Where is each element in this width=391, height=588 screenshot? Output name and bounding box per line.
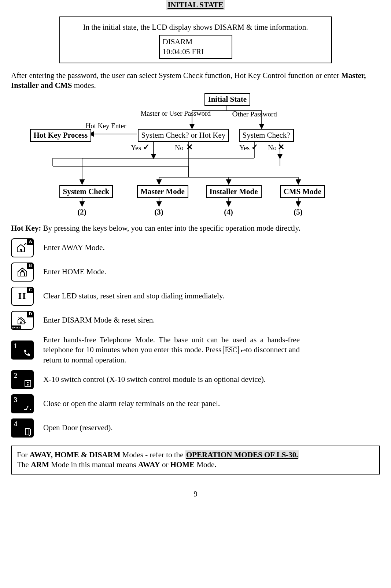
hotkey-row-away: A Enter AWAY Mode.	[11, 238, 380, 257]
cross-icon: ✕	[186, 142, 193, 153]
initial-state-text: In the initial state, the LCD display sh…	[64, 22, 328, 32]
desc-home: Enter HOME Mode.	[43, 267, 380, 277]
lcd-line1: DISARM	[163, 37, 225, 47]
box-syscheck-q: System Check?	[239, 129, 294, 142]
initial-state-box: In the initial state, the LCD display sh…	[59, 16, 332, 63]
label-hot-key-enter: Hot Key Enter	[86, 122, 126, 131]
desc-door: Open Door (reserved).	[43, 423, 380, 433]
cross-icon: ✕	[278, 142, 284, 153]
label-master-user-pw: Master or User Password	[141, 109, 211, 118]
desc-x10: X-10 switch control (X-10 switch control…	[43, 375, 380, 384]
note-highlight: OPERATION MODES OF LS-30.	[185, 450, 299, 459]
return-icon: ↩	[240, 347, 246, 355]
label-no-2: No	[268, 144, 277, 153]
key-corner-c: C	[27, 287, 34, 293]
key-d-icon: D ENTER	[11, 311, 34, 330]
key-corner-b: B	[27, 263, 34, 269]
key-1-icon: 1	[11, 340, 34, 360]
desc-away: Enter AWAY Mode.	[43, 243, 380, 253]
page-number: 9	[11, 489, 380, 499]
hotkey-intro: Hot Key: By pressing the keys below, you…	[11, 223, 380, 233]
key-corner-d: D	[27, 311, 34, 317]
box-hot-key-process: Hot Key Process	[30, 129, 92, 142]
hotkey-row-phone: 1 Enter hands-free Telephone Mode. The b…	[11, 335, 380, 365]
key-corner-enter: ENTER	[11, 325, 21, 330]
page-title-wrap: INITIAL STATE	[11, 0, 380, 10]
svg-point-26	[27, 382, 29, 383]
box-syscheck-or-hotkey: System Check? or Hot Key	[138, 129, 229, 142]
hotkey-row-disarm: D ENTER Enter DISARM Mode & reset siren.	[11, 311, 380, 330]
ref-2: (2)	[75, 207, 89, 217]
flow-diagram: Initial State Master or User Password OO…	[23, 93, 368, 217]
note-box: For AWAY, HOME & DISARM Modes - refer to…	[11, 446, 380, 475]
key-a-icon: A	[11, 238, 34, 257]
desc-disarm: Enter DISARM Mode & reset siren.	[43, 315, 380, 325]
ref-5: (5)	[291, 207, 306, 217]
desc-clear: Clear LED status, reset siren and stop d…	[43, 291, 380, 301]
box-installer-mode: Installer Mode	[206, 185, 262, 198]
key-4-icon: 4	[11, 418, 34, 438]
check-icon: ✓	[251, 142, 258, 153]
box-initial-state: Initial State	[204, 93, 251, 106]
box-cms-mode: CMS Mode	[280, 185, 325, 198]
lcd-line2: 10:04:05 FRI	[163, 47, 225, 57]
key-2-icon: 2	[11, 370, 34, 389]
label-no-1: No	[175, 144, 184, 153]
svg-point-27	[27, 384, 29, 386]
key-3-icon: 3	[11, 394, 34, 413]
page-title: INITIAL STATE	[166, 0, 225, 10]
label-other-pw: OOther Passwordther Password	[232, 109, 277, 119]
hotkey-row-x10: 2 X-10 switch control (X-10 switch contr…	[11, 370, 380, 389]
hotkey-row-door: 4 Open Door (reserved).	[11, 418, 380, 438]
desc-relay: Close or open the alarm relay terminals …	[43, 399, 380, 409]
svg-rect-28	[25, 428, 29, 435]
ref-3: (3)	[152, 207, 166, 217]
hotkey-row-relay: 3 Close or open the alarm relay terminal…	[11, 394, 380, 413]
label-yes-1: Yes	[131, 144, 141, 153]
check-icon: ✓	[143, 142, 150, 153]
box-master-mode: Master Mode	[137, 185, 188, 198]
esc-key: ESC	[224, 346, 239, 354]
key-b-icon: B	[11, 263, 34, 282]
hotkey-row-home: B Enter HOME Mode.	[11, 263, 380, 282]
lcd-display: DISARM 10:04:05 FRI	[159, 35, 232, 59]
desc-phone: Enter hands-free Telephone Mode. The bas…	[43, 335, 300, 365]
hotkey-row-clear: II C Clear LED status, reset siren and s…	[11, 287, 380, 306]
key-c-icon: II C	[11, 287, 34, 306]
intro-paragraph: After entering the password, the user ca…	[11, 71, 380, 91]
label-yes-2: Yes	[240, 144, 250, 153]
key-corner-a: A	[27, 238, 34, 245]
box-system-check: System Check	[59, 185, 113, 198]
ref-4: (4)	[221, 207, 236, 217]
